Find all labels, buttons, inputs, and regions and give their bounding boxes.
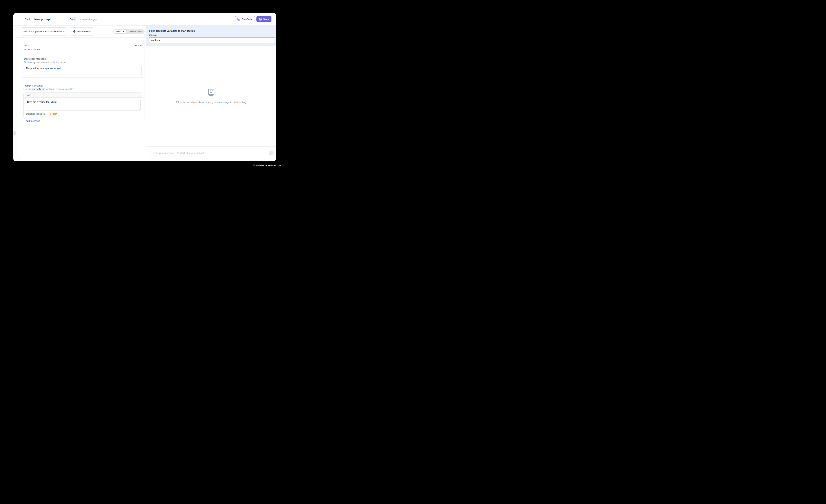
parameters-button[interactable]: ⚙ Parameters	[70, 27, 94, 36]
detected-variables-label: Detected variables:	[26, 113, 46, 115]
header-actions: Get Code Save	[235, 16, 272, 22]
parameters-label: Parameters	[77, 30, 91, 33]
drag-handle-icon[interactable]	[138, 93, 140, 97]
desktop-background: ← Back New prompt Draft Unsaved changes …	[0, 0, 289, 176]
editor-scroll-area: Tools + Add No tools added Developer mes…	[13, 38, 146, 120]
message-input[interactable]: Give me a recipe for {{dish}}	[25, 99, 140, 111]
chat-footer: ↑	[146, 146, 276, 161]
pencil-icon	[50, 113, 52, 115]
variable-syntax-code: {{variable}}	[28, 88, 45, 90]
variable-input[interactable]	[149, 37, 275, 43]
terminal-icon	[237, 18, 240, 21]
collapsed-sidebar	[13, 25, 16, 161]
gear-icon: ⚙	[73, 30, 76, 33]
developer-message-subtitle: Optional system instructions for the mod…	[24, 61, 141, 64]
model-select[interactable]: aws/anthropic/bedrock-claude-3-5-s...	[21, 27, 67, 36]
header-left: ← Back New prompt Draft Unsaved changes	[21, 17, 97, 21]
role-select-value: User	[25, 93, 31, 97]
watermark: Screenshot by Xnapper.com	[253, 164, 281, 167]
add-tool-label: Add	[137, 44, 141, 47]
format-toggle: PRETTY DOTPROMPT	[113, 29, 144, 34]
developer-message-title: Developer message	[24, 57, 141, 60]
send-button[interactable]: ↑	[269, 150, 274, 155]
add-message-button[interactable]: + Add message	[23, 120, 40, 122]
back-arrow-icon: ←	[21, 18, 24, 21]
developer-message-input[interactable]: Respond as jack sparrow would	[24, 65, 141, 76]
prompt-messages-card: Prompt messages Use {{variable}} syntax …	[21, 82, 145, 120]
empty-state-text: Fill in the variables above, then type a…	[176, 101, 246, 104]
resize-grip-icon[interactable]	[138, 108, 140, 110]
toggle-pretty[interactable]: PRETTY	[114, 29, 126, 34]
resize-grip-icon[interactable]	[139, 74, 141, 75]
variable-chip-label: dish	[53, 113, 57, 115]
back-button[interactable]: ← Back	[21, 18, 31, 21]
test-panel: Fill in template variables to start test…	[146, 25, 276, 161]
subtitle-suffix: syntax for template variables	[46, 88, 74, 90]
detected-variables-row: Detected variables: dish	[25, 111, 140, 118]
add-message-label: Add message	[25, 120, 40, 122]
save-button[interactable]: Save	[256, 16, 272, 22]
subtitle-prefix: Use	[23, 88, 27, 90]
chevron-down-icon	[34, 94, 36, 96]
chat-input-container: ↑	[151, 150, 274, 156]
variables-banner-title: Fill in template variables to start test…	[149, 29, 275, 32]
back-label: Back	[25, 18, 31, 21]
plus-icon: +	[23, 120, 25, 122]
role-select[interactable]: User	[25, 93, 36, 97]
page-title: New prompt	[34, 18, 51, 21]
chat-input[interactable]	[151, 150, 274, 156]
header: ← Back New prompt Draft Unsaved changes …	[13, 13, 276, 25]
developer-message-card: Developer message Optional system instru…	[21, 55, 145, 77]
save-label: Save	[263, 18, 269, 21]
unsaved-changes-text: Unsaved changes	[79, 18, 97, 21]
tools-card: Tools + Add No tools added	[21, 42, 145, 54]
empty-state: Fill in the variables above, then type a…	[146, 46, 276, 146]
sidebar-active-item[interactable]	[13, 131, 16, 135]
add-tool-button[interactable]: + Add	[135, 44, 141, 47]
variable-chip[interactable]: dish	[48, 112, 59, 116]
plus-icon: +	[135, 44, 136, 47]
message-body: Give me a recipe for {{dish}} Detected v…	[24, 98, 142, 118]
robot-icon	[208, 89, 215, 96]
tools-empty-text: No tools added	[24, 48, 141, 51]
chevron-down-icon	[62, 31, 64, 32]
save-icon	[259, 18, 262, 21]
variable-name-label: {{dish}}	[149, 34, 275, 37]
message-header: User	[24, 92, 142, 98]
popover-stub	[13, 154, 19, 161]
get-code-button[interactable]: Get Code	[235, 16, 255, 22]
prompt-messages-title: Prompt messages	[23, 84, 142, 87]
prompt-editor-panel: aws/anthropic/bedrock-claude-3-5-s... ⚙ …	[13, 25, 146, 161]
model-select-value: aws/anthropic/bedrock-claude-3-5-s...	[23, 30, 62, 33]
get-code-label: Get Code	[242, 18, 252, 21]
app-window: ← Back New prompt Draft Unsaved changes …	[13, 13, 276, 161]
message-block: User	[23, 92, 142, 118]
tools-title: Tools	[24, 44, 30, 47]
send-arrow-icon: ↑	[271, 151, 272, 154]
editor-toolbar: aws/anthropic/bedrock-claude-3-5-s... ⚙ …	[13, 25, 146, 38]
toggle-dotprompt[interactable]: DOTPROMPT	[126, 29, 144, 34]
variables-banner: Fill in template variables to start test…	[146, 25, 276, 46]
prompt-messages-subtitle: Use {{variable}} syntax for template var…	[23, 88, 142, 90]
status-badge: Draft	[68, 17, 76, 21]
